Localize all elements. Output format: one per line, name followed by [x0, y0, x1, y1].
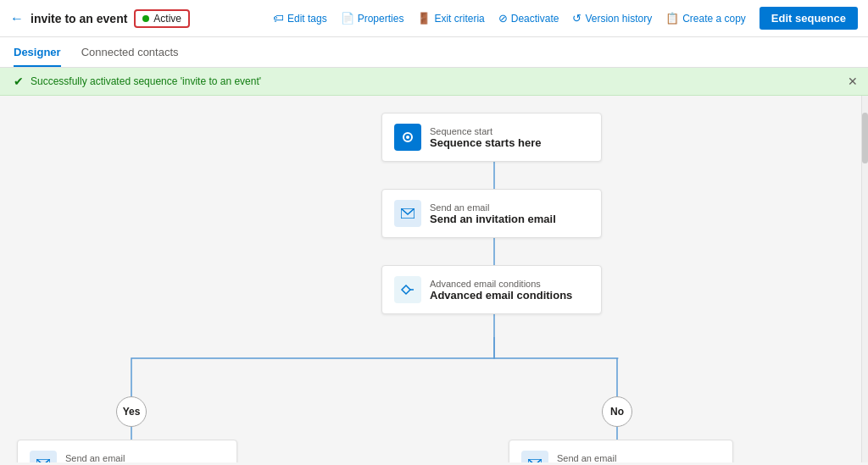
send-invitation-text: Send an email Send an invitation email — [430, 202, 556, 225]
send-invitation-icon — [394, 200, 421, 227]
scrollbar-thumb[interactable] — [862, 113, 868, 163]
exit-criteria-icon: 🚪 — [417, 12, 431, 25]
close-banner-button[interactable]: ✕ — [848, 75, 858, 88]
active-badge: Active — [134, 9, 190, 28]
send-confirmation-icon — [30, 451, 57, 462]
header: ← invite to an event Active 🏷 Edit tags … — [0, 0, 868, 37]
svg-point-7 — [406, 136, 409, 139]
edit-tags-action[interactable]: 🏷 Edit tags — [273, 12, 327, 25]
scrollbar-track — [861, 96, 868, 462]
send-invitation-title: Send an invitation email — [430, 213, 556, 225]
send-invitation-node[interactable]: Send an email Send an invitation email — [381, 189, 602, 238]
send-confirmation-text: Send an email Send a confirmation email — [65, 453, 203, 463]
advanced-conditions-text: Advanced email conditions Advanced email… — [430, 279, 572, 302]
send-invitation-label: Send an email — [430, 202, 556, 213]
sequence-start-node[interactable]: Sequence start Sequence starts here — [381, 113, 602, 162]
sequence-start-text: Sequence start Sequence starts here — [430, 126, 542, 149]
version-history-action[interactable]: ↺ Version history — [572, 12, 652, 25]
create-copy-action[interactable]: 📋 Create a copy — [665, 12, 746, 25]
send-confirmation-node[interactable]: Send an email Send a confirmation email — [17, 440, 237, 462]
exit-criteria-action[interactable]: 🚪 Exit criteria — [417, 12, 484, 25]
advanced-conditions-node[interactable]: Advanced email conditions Advanced email… — [381, 265, 602, 314]
advanced-conditions-label: Advanced email conditions — [430, 279, 572, 289]
deactivate-action[interactable]: ⊘ Deactivate — [498, 12, 559, 25]
edit-sequence-button[interactable]: Edit sequence — [760, 7, 858, 30]
deactivate-icon: ⊘ — [498, 12, 508, 25]
tab-designer[interactable]: Designer — [14, 46, 61, 67]
advanced-conditions-icon — [394, 276, 421, 303]
sequence-start-title: Sequence starts here — [430, 136, 542, 149]
follow-up-text: Send an email Follow up email for the ev… — [557, 453, 709, 463]
send-confirmation-label: Send an email — [65, 453, 203, 463]
advanced-conditions-title: Advanced email conditions — [430, 289, 572, 302]
nav-tabs: Designer Connected contacts — [0, 37, 868, 68]
page-title: invite to an event — [31, 12, 127, 25]
tag-icon: 🏷 — [273, 12, 284, 25]
version-history-icon: ↺ — [572, 12, 581, 25]
follow-up-node[interactable]: Send an email Follow up email for the ev… — [509, 440, 733, 462]
properties-action[interactable]: 📄 Properties — [341, 12, 404, 25]
success-check-icon: ✔ — [14, 75, 24, 88]
active-label: Active — [153, 13, 181, 25]
sequence-start-label: Sequence start — [430, 126, 542, 136]
active-dot — [142, 15, 149, 22]
no-branch-label: No — [602, 396, 632, 427]
follow-up-label: Send an email — [557, 453, 709, 463]
success-message: Successfully activated sequence 'invite … — [31, 75, 261, 87]
create-copy-icon: 📋 — [665, 12, 679, 25]
yes-branch-label: Yes — [116, 396, 147, 427]
flow-canvas: Sequence start Sequence starts here Send… — [0, 96, 868, 462]
properties-icon: 📄 — [341, 12, 354, 25]
header-actions: 🏷 Edit tags 📄 Properties 🚪 Exit criteria… — [273, 7, 858, 30]
success-banner: ✔ Successfully activated sequence 'invit… — [0, 68, 868, 96]
follow-up-icon — [521, 451, 548, 462]
back-button[interactable]: ← — [10, 11, 24, 26]
tab-connected-contacts[interactable]: Connected contacts — [81, 46, 179, 67]
sequence-start-icon — [394, 124, 421, 151]
